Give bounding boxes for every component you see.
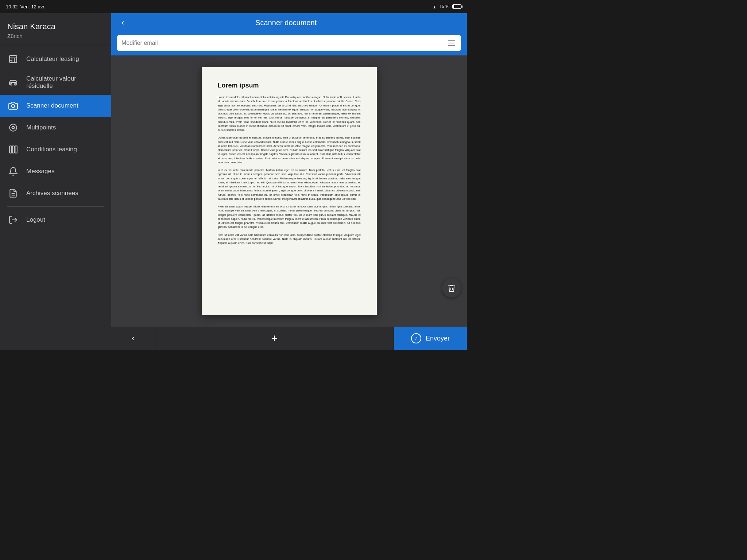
user-location: Zürich <box>7 33 104 39</box>
bottom-toolbar: ‹ + ✓ Envoyer <box>111 327 467 350</box>
trash-icon <box>447 284 456 292</box>
main-content: ‹ Scanner document Lorem ipsum Lorem ips… <box>111 13 467 350</box>
sidebar-item-calculateur-leasing[interactable]: Calculateur leasing <box>0 48 111 70</box>
doc-paragraph-0: Lorem ipsum dolor sit amet, consectetur … <box>218 95 361 132</box>
bell-icon <box>7 166 19 177</box>
camera-icon <box>7 100 19 112</box>
page-title: Scanner document <box>127 19 445 27</box>
svg-rect-0 <box>9 55 17 63</box>
email-input-container <box>117 35 461 51</box>
status-time-date: 10:32 Ven. 12 avr. <box>6 4 45 9</box>
bottom-send-button[interactable]: ✓ Envoyer <box>394 327 467 350</box>
logout-icon <box>7 214 19 226</box>
nav-label-multipoints: Multipoints <box>26 124 56 131</box>
sidebar-item-conditions-leasing[interactable]: Conditions leasing <box>0 139 111 160</box>
nav-label-calculateur-valeur: Calculateur valeur résiduelle <box>26 75 104 90</box>
battery-icon <box>452 4 461 9</box>
send-check-icon: ✓ <box>411 333 421 343</box>
nav-label-conditions-leasing: Conditions leasing <box>26 146 77 153</box>
sidebar-header: Nisan Karaca Zürich <box>0 13 111 45</box>
svg-point-9 <box>9 124 17 131</box>
hamburger-line-2 <box>448 43 455 43</box>
email-input[interactable] <box>121 40 446 46</box>
nav-label-archives-scannees: Archives scannées <box>26 190 78 197</box>
hamburger-button[interactable] <box>446 39 457 47</box>
sidebar-item-scanner-document[interactable]: Scanner document <box>0 95 111 117</box>
status-bar: 10:32 Ven. 12 avr. 15 % <box>0 0 467 13</box>
user-name: Nisan Karaca <box>7 22 104 31</box>
svg-rect-12 <box>15 146 17 153</box>
delete-button[interactable] <box>442 279 461 298</box>
nav-label-logout: Logout <box>26 216 45 223</box>
status-icons: 15 % <box>433 4 461 9</box>
sidebar-divider <box>7 206 104 207</box>
sidebar-item-calculateur-valeur[interactable]: Calculateur valeur résiduelle <box>0 70 111 95</box>
hamburger-line-1 <box>448 40 455 41</box>
bottom-back-button[interactable]: ‹ <box>111 327 155 350</box>
bottom-add-button[interactable]: + <box>155 327 394 350</box>
svg-point-7 <box>12 105 15 108</box>
svg-rect-10 <box>9 146 11 153</box>
document-body: Lorem ipsum dolor sit amet, consectetur … <box>218 95 361 245</box>
battery-text: 15 % <box>440 4 449 9</box>
sidebar: Nisan Karaca Zürich Calculateur leasing … <box>0 13 111 350</box>
doc-paragraph-1: Donec bibendum ut sem at egestas. Mauris… <box>218 136 361 164</box>
email-bar <box>111 32 467 55</box>
svg-rect-11 <box>12 146 14 153</box>
sidebar-item-archives-scannees[interactable]: Archives scannées <box>0 182 111 204</box>
sidebar-nav: Calculateur leasing Calculateur valeur r… <box>0 45 111 350</box>
doc-paragraph-2: In id ex vel ante malesuada placerat. Nu… <box>218 168 361 201</box>
top-back-button[interactable]: ‹ <box>119 16 127 29</box>
sidebar-item-messages[interactable]: Messages <box>0 160 111 182</box>
svg-point-6 <box>14 83 16 85</box>
wifi-icon <box>433 4 437 9</box>
hamburger-line-3 <box>448 45 455 46</box>
sidebar-item-logout[interactable]: Logout <box>0 209 111 231</box>
svg-point-8 <box>12 127 15 129</box>
nav-label-messages: Messages <box>26 168 54 175</box>
calculator-icon <box>7 53 19 65</box>
car-icon <box>7 77 19 88</box>
doc-paragraph-3: Proin sit amet quam neque. Morbi element… <box>218 205 361 229</box>
multipoints-icon <box>7 122 19 133</box>
nav-label-calculateur-leasing: Calculateur leasing <box>26 55 79 63</box>
top-bar: ‹ Scanner document <box>111 13 467 32</box>
doc-paragraph-4: Nam sit amet elit varius odio bibendum c… <box>218 233 361 245</box>
document-area: Lorem ipsum Lorem ipsum dolor sit amet, … <box>111 55 467 327</box>
sidebar-item-multipoints[interactable]: Multipoints <box>0 117 111 139</box>
document-title: Lorem ipsum <box>218 82 361 89</box>
svg-point-5 <box>10 83 12 85</box>
send-label: Envoyer <box>426 335 450 342</box>
app-container: Nisan Karaca Zürich Calculateur leasing … <box>0 13 467 350</box>
books-icon <box>7 144 19 155</box>
files-icon <box>7 187 19 199</box>
nav-label-scanner-document: Scanner document <box>26 102 78 109</box>
document-page: Lorem ipsum Lorem ipsum dolor sit amet, … <box>202 67 377 315</box>
